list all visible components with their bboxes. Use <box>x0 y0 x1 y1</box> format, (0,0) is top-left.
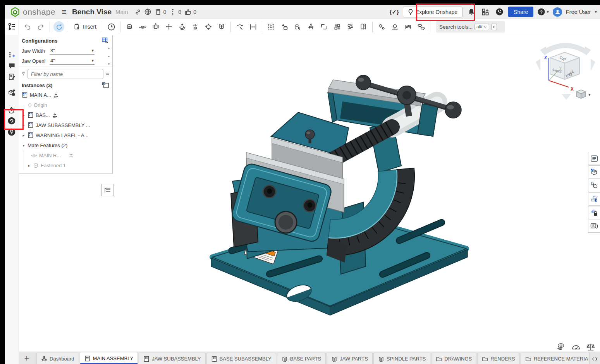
view-cube-front-label[interactable]: Front <box>552 68 562 74</box>
spindle-bracket[interactable] <box>328 90 422 134</box>
mass-properties-icon[interactable] <box>586 343 595 351</box>
screw-relation-tool[interactable] <box>402 21 413 32</box>
jaw-width-select[interactable]: 3" ▾ <box>50 47 95 55</box>
onshape-logo-icon[interactable] <box>10 7 21 17</box>
public-document-icon[interactable] <box>143 7 153 17</box>
learning-center-icon[interactable] <box>494 7 504 17</box>
panel-collapse-handle[interactable] <box>101 184 113 196</box>
vise-base[interactable] <box>211 215 468 315</box>
scroll-thumb[interactable]: ● <box>108 55 110 58</box>
animate-tool[interactable] <box>106 21 117 32</box>
protractor-icon[interactable] <box>571 343 581 351</box>
user-avatar[interactable] <box>553 7 562 17</box>
tips-lightbulb-icon[interactable] <box>6 127 17 137</box>
tree-item-base-subassembly[interactable]: ▸ BAS... <box>19 110 112 120</box>
tab-drawings[interactable]: DRAWINGS <box>431 353 476 364</box>
user-menu-caret-icon[interactable]: ▾ <box>595 9 597 14</box>
tree-item-warning-label[interactable]: ▸ WARNING LABEL - A... <box>19 130 112 140</box>
list-view-icon[interactable] <box>106 71 109 77</box>
search-tools-button[interactable]: Search tools... alt/⌥ c <box>436 21 505 33</box>
spindle-handle[interactable] <box>356 75 461 118</box>
gear-relation-tool[interactable] <box>376 21 387 32</box>
jaw-opening-select[interactable]: 4" ▾ <box>50 57 95 65</box>
expand-caret-icon[interactable]: ▸ <box>22 113 26 117</box>
view-cube[interactable]: Top Front Right Z X Y ▾ <box>536 46 595 100</box>
share-link-icon[interactable] <box>133 7 143 17</box>
expand-caret-icon[interactable]: ▸ <box>22 123 26 127</box>
tangent-mate-tool[interactable] <box>216 21 227 32</box>
tree-item-jaw-subassembly[interactable]: ▸ JAW SUBASSEMBLY ... <box>19 120 112 130</box>
share-button[interactable]: Share <box>508 7 533 17</box>
warning-label-sticker[interactable] <box>244 241 278 264</box>
collapse-caret-icon[interactable]: ▾ <box>22 143 26 148</box>
undo-button[interactable] <box>22 21 33 32</box>
fix-instance-tool[interactable] <box>124 21 135 32</box>
group-tool[interactable] <box>266 21 277 32</box>
tree-item-origin[interactable]: ⊙ Origin <box>19 100 112 110</box>
configuration-table-icon[interactable] <box>101 37 109 44</box>
release-management-icon[interactable] <box>6 88 17 98</box>
versions-history-icon[interactable] <box>6 50 17 60</box>
manage-positions-tool[interactable] <box>305 21 316 32</box>
filter-by-name-input[interactable] <box>28 69 103 79</box>
belt-relation-tool[interactable] <box>416 21 426 32</box>
notifications-bell-icon[interactable] <box>466 7 476 17</box>
tabs-scroll-right-icon[interactable]: › <box>595 354 598 362</box>
featurescript-icon[interactable]: {✓} <box>390 9 399 15</box>
expand-caret-icon[interactable]: ▸ <box>22 133 26 137</box>
tab-jaw-subassembly[interactable]: JAW SUBASSEMBLY <box>139 353 205 364</box>
slider-mate-tool[interactable] <box>150 21 161 32</box>
in-context-panel-button[interactable] <box>588 179 600 192</box>
cylindrical-mate-tool[interactable] <box>203 21 214 32</box>
tab-main-assembly[interactable]: MAIN ASSEMBLY <box>80 352 138 364</box>
custom-table-panel-button[interactable] <box>588 192 600 206</box>
mate-item-fastened-1[interactable]: ▸ Fastened 1 <box>24 160 112 170</box>
snap-mode-tool[interactable] <box>234 21 245 32</box>
replicate-tool[interactable] <box>318 21 329 32</box>
tab-spindle-parts[interactable]: SPINDLE PARTS <box>373 353 430 364</box>
tree-item-main-assembly[interactable]: MAIN A... <box>19 90 112 100</box>
rack-relation-tool[interactable] <box>389 21 400 32</box>
view-cube-top-label[interactable]: Top <box>559 55 567 61</box>
view-cube-right-label[interactable]: Right <box>565 69 574 78</box>
document-title[interactable]: Bench Vise <box>72 8 112 16</box>
scroll-up-icon[interactable]: ▲ <box>107 46 110 50</box>
comments-icon[interactable] <box>6 60 17 71</box>
user-plan-label[interactable]: Free User <box>566 9 591 15</box>
tab-jaw-parts[interactable]: JAW PARTS <box>327 353 373 364</box>
view-menu-button[interactable]: ▾ <box>576 90 591 98</box>
appearance-lock-button[interactable] <box>588 206 600 219</box>
version-branch-icon[interactable] <box>168 7 178 17</box>
appearance-tool[interactable] <box>358 21 369 32</box>
tab-reference-materials[interactable]: REFERENCE MATERIA <box>521 353 589 364</box>
movable-jaw[interactable] <box>230 162 333 243</box>
mate-features-header[interactable]: ▾ Mate Features (2) <box>19 140 112 150</box>
expand-caret-icon[interactable]: ▸ <box>27 163 31 168</box>
view-cube-front-face[interactable] <box>550 58 565 79</box>
measure-distance-tool[interactable] <box>248 21 258 32</box>
help-menu[interactable]: ? ▾ <box>537 7 549 17</box>
update-sync-button[interactable] <box>53 21 64 32</box>
configuration-panel-button[interactable] <box>588 165 600 179</box>
scroll-down-icon[interactable]: ▼ <box>107 62 110 66</box>
mate-item-main-revolute[interactable]: MAIN R... <box>24 150 112 160</box>
edit-part-tool[interactable] <box>292 21 303 32</box>
tape-measure-icon[interactable] <box>557 343 566 351</box>
bom-panel-button[interactable] <box>588 152 600 165</box>
spindle-screw[interactable] <box>328 102 437 166</box>
insert-button[interactable]: Insert <box>70 23 100 30</box>
jaw-plates[interactable] <box>246 138 344 212</box>
ball-mate-tool[interactable] <box>177 21 187 32</box>
parallel-mate-tool[interactable] <box>190 21 201 32</box>
document-notes-icon[interactable] <box>6 71 17 82</box>
add-tab-button[interactable]: + <box>21 353 33 364</box>
redo-button[interactable] <box>35 21 46 32</box>
view-menu-caret-icon[interactable]: ▾ <box>588 92 591 97</box>
view-cube-top-face[interactable] <box>550 52 579 63</box>
exploded-view-tool[interactable] <box>345 21 356 32</box>
assembly-panel-tab-active[interactable] <box>5 19 19 35</box>
document-menu-icon[interactable]: ≡ <box>62 7 67 17</box>
view-cube-right-face[interactable] <box>565 58 579 79</box>
tab-base-subassembly[interactable]: BASE SUBASSEMBLY <box>206 353 276 364</box>
config-scrollbar[interactable]: ▲ ● ▼ <box>106 46 112 66</box>
